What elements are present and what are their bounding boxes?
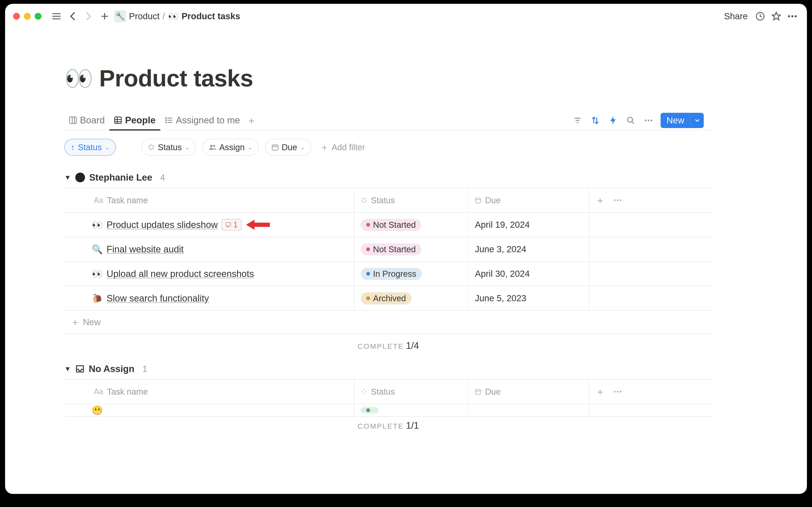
zoom-window-button[interactable] — [35, 13, 42, 20]
task-name[interactable]: Product updates slideshow — [107, 220, 218, 230]
column-label: Task name — [107, 195, 148, 205]
due-cell[interactable]: June 5, 2023 — [468, 286, 589, 310]
task-icon: 🐌 — [92, 293, 103, 303]
share-button[interactable]: Share — [721, 11, 751, 21]
comment-count-badge[interactable]: 1 — [221, 219, 242, 230]
svg-marker-62 — [246, 220, 270, 230]
breadcrumb-parent[interactable]: Product — [129, 11, 160, 21]
svg-marker-6 — [772, 12, 780, 20]
column-header-status[interactable]: Status — [354, 188, 468, 212]
minimize-window-button[interactable] — [24, 13, 31, 20]
disclosure-triangle-icon[interactable]: ▼ — [64, 365, 71, 373]
table-row[interactable]: 🐌 Slow search functionality Archived Jun… — [64, 286, 712, 311]
status-cell[interactable]: Archived — [354, 286, 468, 310]
svg-line-55 — [365, 199, 366, 199]
task-name[interactable]: Upload all new product screenshots — [107, 269, 254, 279]
add-column-button[interactable]: ＋ — [596, 194, 605, 207]
column-more-icon[interactable] — [614, 391, 622, 393]
table-row[interactable]: 🔍 Final website audit Not Started June 3… — [64, 237, 712, 262]
close-window-button[interactable] — [13, 13, 20, 20]
new-button[interactable]: New — [661, 113, 704, 128]
svg-point-33 — [651, 120, 652, 121]
add-column-button[interactable]: ＋ — [596, 386, 605, 398]
svg-line-38 — [149, 145, 150, 146]
due-cell[interactable]: June 3, 2024 — [468, 237, 589, 261]
tab-assigned-to-me[interactable]: Assigned to me — [160, 111, 245, 130]
svg-point-59 — [617, 200, 618, 201]
people-icon — [209, 144, 216, 151]
due-cell[interactable]: April 19, 2024 — [468, 213, 589, 237]
status-cell[interactable]: Not Started — [354, 237, 468, 261]
titlebar: 🔧 Product / 👀 Product tasks Share — [5, 4, 807, 29]
svg-line-30 — [632, 121, 634, 124]
calendar-icon — [475, 389, 481, 395]
loading-icon — [361, 197, 367, 204]
tab-people[interactable]: People — [109, 111, 160, 130]
table-row[interactable]: 👀 Product updates slideshow 1 Not Starte… — [64, 213, 712, 237]
column-header-actions: ＋ — [589, 380, 712, 404]
due-filter-chip[interactable]: Due ⌄ — [265, 139, 311, 156]
breadcrumb-current[interactable]: Product tasks — [182, 11, 240, 21]
column-header-task[interactable]: Aa Task name — [64, 380, 354, 404]
group-name: Stephanie Lee — [89, 172, 152, 183]
svg-point-58 — [614, 200, 616, 201]
binoculars-icon: 👀 — [168, 11, 179, 21]
column-label: Task name — [107, 387, 148, 397]
sort-icon[interactable] — [590, 115, 601, 126]
group-header[interactable]: ▼ Stephanie Lee 4 — [64, 172, 807, 183]
disclosure-triangle-icon[interactable]: ▼ — [64, 174, 71, 181]
new-row-button[interactable]: ＋ New — [64, 311, 712, 334]
due-cell[interactable] — [468, 404, 589, 416]
svg-line-54 — [362, 201, 363, 202]
wrench-icon: 🔧 — [114, 10, 126, 22]
task-name[interactable]: Slow search functionality — [107, 293, 209, 303]
status-badge: Not Started — [361, 243, 421, 256]
view-more-icon[interactable] — [643, 115, 654, 126]
search-icon[interactable] — [625, 115, 637, 126]
view-tabs: Board People Assigned to me ＋ — [64, 111, 712, 130]
column-header-task[interactable]: Aa Task name — [64, 188, 354, 212]
hamburger-menu-icon[interactable] — [50, 10, 63, 23]
column-more-icon[interactable] — [614, 199, 622, 201]
more-menu-icon[interactable] — [786, 10, 799, 23]
status-cell[interactable]: In Progress — [354, 262, 468, 286]
group-header[interactable]: ▼ No Assign 1 — [64, 363, 807, 374]
empty-cell — [589, 213, 712, 237]
status-badge: Not Started — [361, 219, 421, 231]
column-header-status[interactable]: Status — [354, 380, 468, 404]
due-cell[interactable]: April 30, 2024 — [468, 262, 589, 286]
chevron-down-icon: ⌄ — [300, 144, 305, 151]
add-filter-button[interactable]: ＋ Add filter — [318, 142, 365, 153]
column-header-due[interactable]: Due — [468, 380, 589, 404]
back-button[interactable] — [66, 10, 79, 23]
task-name[interactable]: Final website audit — [107, 244, 184, 255]
page-icon[interactable]: 👀 — [64, 67, 93, 90]
sort-chip-label: Status — [78, 143, 102, 152]
group-count: 1 — [143, 364, 147, 374]
page-title[interactable]: Product tasks — [99, 65, 253, 92]
table-row[interactable]: 😬 — [64, 404, 712, 417]
filter-icon[interactable] — [572, 115, 583, 126]
updates-clock-icon[interactable] — [754, 10, 767, 23]
add-view-button[interactable]: ＋ — [245, 114, 258, 127]
table-row[interactable]: 👀 Upload all new product screenshots In … — [64, 262, 712, 286]
assign-filter-chip[interactable]: Assign ⌄ — [202, 139, 259, 156]
favorite-star-icon[interactable] — [770, 10, 783, 23]
new-button-label: New — [661, 115, 690, 125]
status-cell[interactable]: Not Started — [354, 213, 468, 237]
svg-point-8 — [791, 15, 794, 17]
tab-board[interactable]: Board — [64, 111, 109, 130]
table-header-row: Aa Task name Status Due ＋ — [64, 380, 712, 404]
svg-rect-67 — [475, 390, 481, 394]
forward-button[interactable] — [82, 10, 95, 23]
column-label: Due — [485, 195, 501, 205]
status-cell[interactable] — [354, 404, 468, 416]
sort-chip[interactable]: ↑ Status ⌄ — [64, 139, 116, 156]
automation-bolt-icon[interactable] — [607, 115, 619, 126]
column-header-due[interactable]: Due — [468, 188, 589, 212]
new-page-button[interactable] — [98, 10, 111, 23]
new-button-dropdown[interactable] — [690, 113, 704, 128]
status-filter-chip[interactable]: Status ⌄ — [141, 139, 196, 156]
task-table: Aa Task name Status Due ＋ — [64, 379, 712, 431]
avatar — [75, 173, 85, 182]
